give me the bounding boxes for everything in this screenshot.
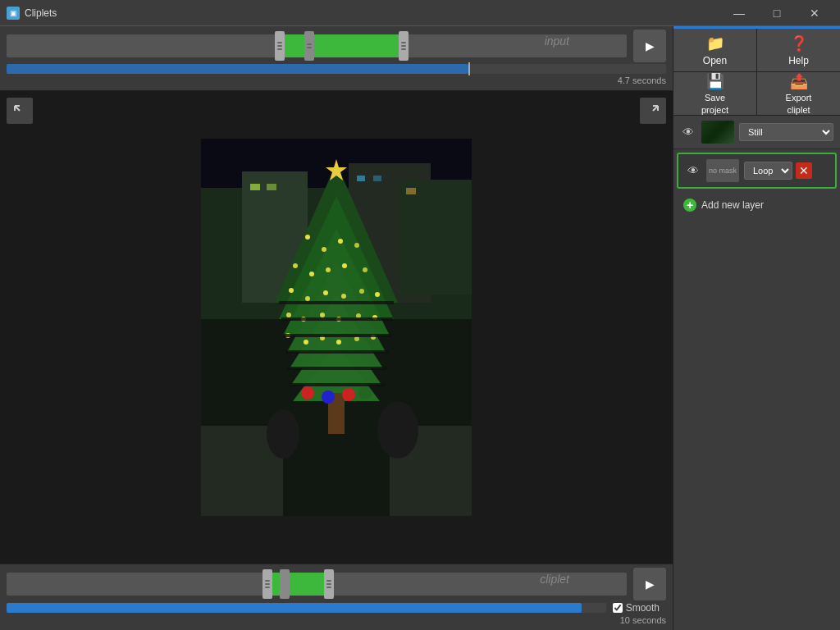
handle-line bbox=[277, 45, 282, 47]
export-label-line1: Export bbox=[786, 93, 812, 103]
layer-mask-text: no mask bbox=[709, 167, 737, 176]
svg-rect-52 bbox=[290, 383, 385, 386]
cliplet-timeline-row: cliplet ▶ bbox=[7, 569, 666, 599]
svg-point-21 bbox=[322, 247, 326, 252]
input-timeline-row: input ▶ bbox=[7, 31, 666, 61]
svg-rect-51 bbox=[287, 367, 387, 370]
input-label: input bbox=[545, 34, 569, 48]
handle-line bbox=[326, 587, 331, 588]
svg-point-20 bbox=[305, 235, 310, 240]
export-cliplet-button[interactable]: 📤 Export cliplet bbox=[757, 72, 840, 115]
svg-point-54 bbox=[322, 390, 335, 404]
corner-handle-tr[interactable] bbox=[640, 98, 666, 124]
smooth-progress-fill bbox=[7, 603, 582, 613]
input-track[interactable]: input bbox=[7, 34, 627, 57]
layer-mask-thumbnail: no mask bbox=[706, 159, 739, 182]
svg-point-28 bbox=[363, 267, 368, 272]
handle-line bbox=[307, 43, 312, 45]
layer-mask-visibility-toggle[interactable]: 👁 bbox=[685, 162, 701, 179]
layer-remove-button[interactable]: ✕ bbox=[796, 162, 812, 179]
layer-thumbnail-image bbox=[701, 121, 734, 144]
svg-point-30 bbox=[305, 296, 310, 301]
input-handle-right[interactable] bbox=[399, 31, 409, 61]
smooth-label[interactable]: Smooth bbox=[626, 602, 660, 614]
minimize-button[interactable]: — bbox=[720, 0, 758, 26]
input-area: input ▶ 4.7 seconds bbox=[0, 26, 673, 91]
preview-content bbox=[201, 139, 472, 516]
cliplet-area: cliplet ▶ Smooth 10 seconds bbox=[0, 564, 673, 630]
svg-point-33 bbox=[359, 289, 364, 294]
svg-rect-7 bbox=[357, 176, 365, 181]
app-icon: ▣ bbox=[7, 7, 20, 20]
svg-point-24 bbox=[293, 263, 298, 268]
svg-rect-47 bbox=[279, 301, 394, 304]
input-playhead[interactable] bbox=[304, 31, 314, 61]
add-new-layer-button[interactable]: + Add new layer bbox=[673, 192, 840, 218]
layer-still-name: Still bbox=[739, 123, 833, 141]
layer-still-visibility-toggle[interactable]: 👁 bbox=[680, 124, 696, 140]
svg-point-26 bbox=[326, 267, 331, 272]
maximize-button[interactable]: □ bbox=[758, 0, 796, 26]
handle-line bbox=[277, 42, 282, 43]
handle-line bbox=[307, 47, 312, 48]
cliplet-track[interactable]: cliplet bbox=[7, 573, 627, 596]
cliplet-label: cliplet bbox=[540, 573, 569, 586]
cliplet-duration: 10 seconds bbox=[7, 615, 666, 625]
svg-rect-48 bbox=[281, 317, 393, 321]
plus-icon: + bbox=[683, 199, 696, 212]
handle-line bbox=[265, 587, 270, 588]
mask-controls: Loop ✕ bbox=[744, 162, 829, 180]
corner-tr-icon bbox=[646, 104, 660, 117]
layer-mask: 👁 no mask Loop ✕ bbox=[677, 153, 837, 189]
right-top-buttons: 📁 Open ❓ Help bbox=[673, 29, 840, 72]
save-icon: 💾 bbox=[706, 72, 724, 90]
corner-tl-icon bbox=[13, 104, 26, 117]
svg-point-23 bbox=[354, 243, 359, 248]
title-bar: ▣ Cliplets — □ ✕ bbox=[0, 0, 840, 26]
svg-rect-50 bbox=[285, 350, 389, 354]
handle-line bbox=[401, 45, 406, 47]
input-progress-playhead[interactable] bbox=[468, 62, 470, 75]
smooth-progress-track[interactable] bbox=[7, 603, 606, 613]
cliplet-track-fill bbox=[267, 573, 330, 596]
svg-point-56 bbox=[358, 386, 372, 399]
open-button[interactable]: 📁 Open bbox=[673, 29, 757, 71]
corner-handle-tl[interactable] bbox=[7, 98, 33, 124]
handle-line bbox=[401, 42, 406, 43]
svg-point-44 bbox=[336, 340, 341, 345]
svg-point-42 bbox=[304, 340, 308, 345]
input-track-fill bbox=[280, 34, 404, 57]
window-controls: — □ ✕ bbox=[720, 0, 833, 26]
svg-point-34 bbox=[375, 292, 380, 297]
layer-loop-dropdown[interactable]: Loop bbox=[744, 162, 792, 180]
svg-rect-9 bbox=[406, 188, 416, 194]
input-progress-track[interactable] bbox=[7, 64, 666, 74]
handle-line bbox=[265, 583, 270, 585]
smooth-row: Smooth bbox=[7, 602, 666, 614]
handle-line bbox=[401, 48, 406, 50]
help-icon: ❓ bbox=[790, 34, 808, 52]
right-second-buttons: 💾 Save project 📤 Export cliplet bbox=[673, 72, 840, 116]
close-button[interactable]: ✕ bbox=[796, 0, 833, 26]
cliplet-play-button[interactable]: ▶ bbox=[633, 568, 666, 600]
input-play-button[interactable]: ▶ bbox=[633, 30, 666, 62]
right-panel: 📁 Open ❓ Help 💾 Save project 📤 Export cl… bbox=[673, 26, 840, 630]
save-label-line2: project bbox=[701, 105, 728, 115]
cliplet-handle-left[interactable] bbox=[262, 569, 272, 599]
smooth-checkbox[interactable] bbox=[613, 603, 623, 613]
cliplet-handle-right[interactable] bbox=[324, 569, 334, 599]
cliplet-playhead[interactable] bbox=[280, 569, 290, 599]
layer-still-thumbnail bbox=[701, 121, 734, 144]
save-project-button[interactable]: 💾 Save project bbox=[673, 72, 757, 115]
title-left: ▣ Cliplets bbox=[7, 7, 57, 20]
svg-point-29 bbox=[289, 288, 294, 293]
input-handle-left[interactable] bbox=[275, 31, 285, 61]
svg-point-22 bbox=[338, 239, 343, 244]
svg-point-32 bbox=[341, 294, 346, 299]
input-progress-fill bbox=[7, 64, 468, 74]
handle-line bbox=[326, 580, 331, 582]
layer-still-dropdown[interactable]: Still bbox=[739, 123, 833, 141]
handle-line bbox=[277, 48, 282, 50]
svg-point-37 bbox=[320, 313, 325, 317]
help-button[interactable]: ❓ Help bbox=[757, 29, 840, 71]
